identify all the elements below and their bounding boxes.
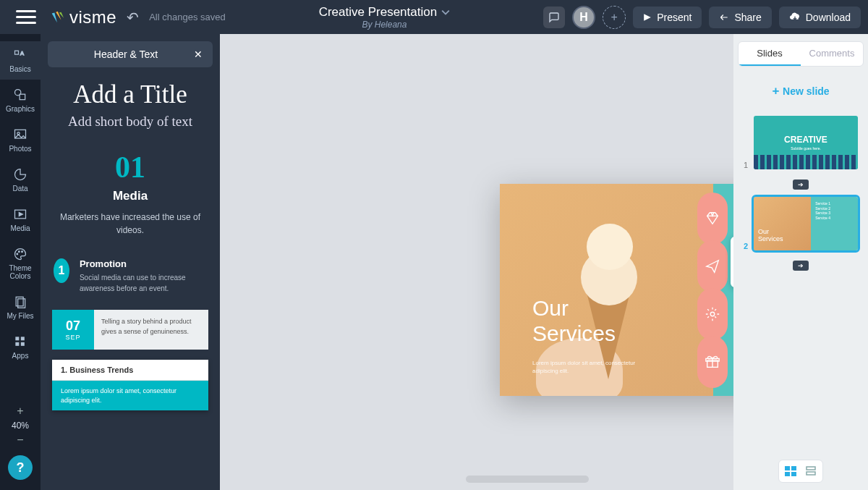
svg-rect-16 — [18, 299, 25, 308]
template-subtitle[interactable]: Add short body of text — [48, 114, 213, 130]
left-rail: ABasics Graphics Photos Data Media Theme… — [0, 34, 41, 490]
template-media-block[interactable]: 01 Media Marketers have increased the us… — [48, 150, 213, 237]
tab-slides[interactable]: Slides — [739, 42, 801, 66]
service-item-1[interactable]: Service 1Add your detail description her… — [697, 193, 733, 245]
svg-rect-19 — [15, 342, 19, 346]
rail-media[interactable]: Media — [0, 200, 41, 239]
slide-lorem[interactable]: Lorem ipsum dolor sit amet, consectetur … — [532, 359, 655, 375]
svg-marker-0 — [52, 12, 57, 22]
slide-title[interactable]: OurServices — [532, 296, 616, 346]
paper-plane-icon — [705, 258, 720, 274]
transition-icon[interactable]: ➔ — [793, 179, 809, 190]
present-button[interactable]: Present — [633, 7, 702, 28]
avatar[interactable]: H — [572, 6, 595, 29]
list-view-icon[interactable] — [803, 464, 819, 478]
logo[interactable]: visme — [49, 7, 116, 28]
slides-panel: Slides Comments + New slide 1 CREATIVE S… — [733, 34, 868, 490]
service-item-4[interactable]: Service 4Add your detail description her… — [697, 336, 733, 388]
svg-point-21 — [710, 312, 715, 316]
doc-title: Creative Presentation — [319, 5, 437, 20]
svg-rect-17 — [15, 337, 19, 340]
palette-icon — [12, 247, 28, 261]
horizontal-scrollbar[interactable] — [466, 476, 589, 483]
svg-rect-26 — [785, 472, 790, 476]
service-item-2[interactable]: Service 2Add your detail description her… — [697, 240, 733, 292]
elements-panel: Header & Text ✕ Add a Title Add short bo… — [41, 34, 220, 490]
chevron-down-icon[interactable] — [441, 8, 450, 17]
svg-point-14 — [22, 251, 23, 253]
rail-graphics[interactable]: Graphics — [0, 81, 41, 119]
svg-marker-3 — [644, 14, 651, 21]
view-modes — [778, 460, 823, 483]
help-button[interactable]: ? — [8, 455, 33, 480]
grid-view-icon[interactable] — [783, 464, 799, 478]
service-item-3[interactable]: Service 3Add your detail description her… — [697, 288, 733, 340]
template-promotion-block[interactable]: 1 Promotion Social media can use to incr… — [48, 258, 213, 294]
svg-point-12 — [17, 253, 18, 255]
title-block[interactable]: Creative Presentation By Heleana — [226, 5, 543, 30]
logo-text: visme — [69, 7, 116, 28]
thumb-1[interactable]: 1 CREATIVE Subtitle goes here. — [744, 116, 858, 169]
share-button[interactable]: Share — [709, 7, 771, 28]
expand-panel-button[interactable]: › — [731, 237, 733, 287]
slide[interactable]: OurServices Lorem ipsum dolor sit amet, … — [500, 184, 733, 396]
canvas[interactable]: OurServices Lorem ipsum dolor sit amet, … — [220, 34, 733, 490]
diamond-icon — [705, 211, 720, 227]
undo-icon[interactable]: ↶ — [127, 9, 139, 26]
doc-byline: By Heleana — [226, 20, 543, 30]
zoom-in-button[interactable]: + — [17, 405, 23, 418]
tab-comments[interactable]: Comments — [801, 42, 863, 66]
svg-text:A: A — [20, 50, 24, 56]
rail-basics[interactable]: ABasics — [0, 41, 41, 80]
svg-rect-27 — [791, 472, 796, 476]
slides-tabs: Slides Comments — [738, 41, 864, 67]
svg-marker-11 — [19, 213, 22, 216]
menu-icon[interactable] — [16, 10, 36, 24]
svg-rect-20 — [21, 342, 25, 346]
rail-photos[interactable]: Photos — [0, 121, 41, 159]
number-badge: 1 — [54, 258, 69, 283]
rail-theme-colors[interactable]: Theme Colors — [0, 240, 41, 287]
comment-icon[interactable] — [543, 7, 565, 28]
text-icon: A — [12, 48, 28, 62]
files-icon — [12, 295, 28, 309]
panel-header: Header & Text ✕ — [48, 41, 213, 67]
close-icon[interactable]: ✕ — [194, 48, 203, 60]
add-user-button[interactable]: + — [603, 6, 626, 29]
shapes-icon — [12, 88, 28, 102]
template-title[interactable]: Add a Title — [48, 80, 213, 109]
svg-rect-7 — [20, 94, 25, 100]
template-date-card[interactable]: 07SEP Telling a story behind a product g… — [52, 310, 208, 350]
svg-rect-29 — [807, 472, 815, 475]
svg-point-13 — [19, 251, 20, 253]
svg-rect-4 — [15, 51, 19, 54]
rail-my-files[interactable]: My Files — [0, 288, 41, 326]
svg-rect-18 — [21, 337, 25, 340]
new-slide-button[interactable]: + New slide — [738, 74, 864, 109]
image-icon — [12, 127, 28, 142]
gear-icon — [705, 306, 720, 322]
media-icon — [12, 207, 28, 221]
transition-icon[interactable]: ➔ — [793, 261, 809, 271]
save-status: All changes saved — [149, 12, 226, 22]
svg-rect-24 — [785, 466, 790, 470]
rail-apps[interactable]: Apps — [0, 328, 41, 366]
download-button[interactable]: Download — [779, 7, 861, 28]
gift-icon — [705, 354, 720, 370]
thumb-2[interactable]: 2 OurServices Service 1Service 2Service … — [744, 197, 858, 250]
top-bar: visme ↶ All changes saved Creative Prese… — [0, 0, 868, 34]
chart-icon — [12, 167, 28, 182]
cloud-download-icon — [789, 12, 801, 22]
template-trends-card[interactable]: 1. Business Trends Lorem ipsum dolor sit… — [52, 360, 208, 410]
rail-data[interactable]: Data — [0, 161, 41, 199]
slide-image-area: OurServices Lorem ipsum dolor sit amet, … — [500, 184, 713, 396]
svg-rect-28 — [807, 467, 815, 470]
logo-mark-icon — [49, 9, 65, 25]
zoom-control: + 40% − — [12, 405, 29, 447]
panel-title: Header & Text — [58, 48, 194, 60]
zoom-out-button[interactable]: − — [17, 434, 23, 447]
play-icon — [643, 13, 652, 22]
svg-rect-25 — [791, 466, 796, 470]
zoom-value: 40% — [12, 421, 29, 431]
share-icon — [719, 12, 729, 22]
